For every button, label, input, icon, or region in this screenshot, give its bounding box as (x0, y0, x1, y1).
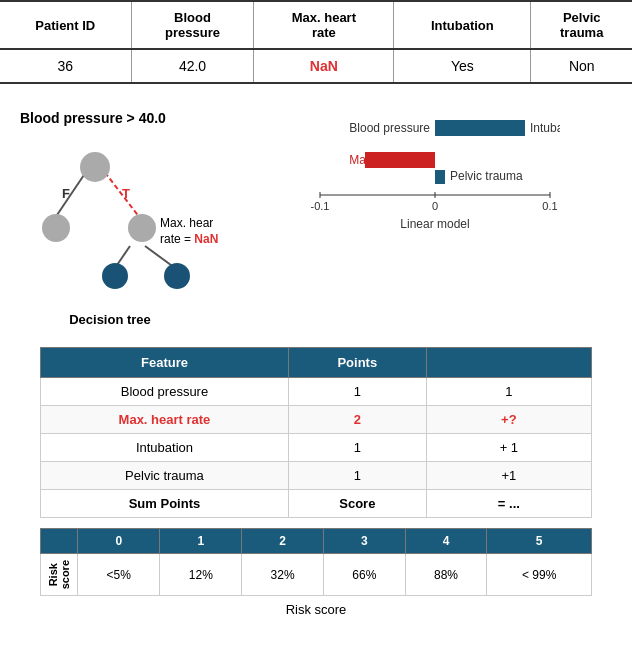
risk-val-3: 66% (323, 554, 405, 596)
risk-data-row: Riskscore <5% 12% 32% 66% 88% < 99% (41, 554, 592, 596)
svg-rect-7 (435, 120, 525, 136)
svg-text:Pelvic trauma: Pelvic trauma (450, 169, 523, 183)
risk-header-2: 2 (242, 529, 324, 554)
svg-text:T: T (122, 186, 130, 201)
score-row-intubation: Intubation 1 + 1 (41, 434, 592, 462)
svg-text:F: F (62, 186, 70, 201)
tree-right-node (128, 214, 156, 242)
tree-left-node (42, 214, 70, 242)
risk-header-0: 0 (78, 529, 160, 554)
risk-header-3: 3 (323, 529, 405, 554)
svg-text:-0.1: -0.1 (311, 200, 330, 212)
risk-score-wrap: 0 1 2 3 4 5 Riskscore <5% 12% 32% 66% 88… (0, 528, 632, 596)
col-header-max-heart-rate: Max. heartrate (254, 1, 394, 49)
svg-rect-12 (435, 170, 445, 184)
decision-tree-label: Decision tree (20, 312, 200, 327)
score-row-heart-rate: Max. heart rate 2 +? (41, 406, 592, 434)
bp-condition: Blood pressure > 40.0 (20, 110, 280, 126)
cell-max-heart-rate: NaN (254, 49, 394, 83)
linear-model-chart: Blood pressure Intubation Max. heart rat… (290, 110, 560, 300)
score-col-feature: Feature (41, 348, 289, 378)
score-intubation: + 1 (426, 434, 591, 462)
score-row-pelvic-trauma: Pelvic trauma 1 +1 (41, 462, 592, 490)
risk-header-5: 5 (487, 529, 592, 554)
sum-points-row: Sum Points Score = ... (41, 490, 592, 518)
svg-text:Linear model: Linear model (400, 217, 469, 231)
score-pelvic-trauma: +1 (426, 462, 591, 490)
decision-tree-section: Blood pressure > 40.0 F T (20, 110, 280, 327)
points-heart-rate: 2 (288, 406, 426, 434)
cell-intubation: Yes (394, 49, 531, 83)
feature-heart-rate: Max. heart rate (41, 406, 289, 434)
risk-header-1: 1 (160, 529, 242, 554)
risk-val-4: 88% (405, 554, 487, 596)
sum-label: Sum Points (41, 490, 289, 518)
risk-header-4: 4 (405, 529, 487, 554)
tree-svg: F T (20, 138, 250, 278)
feature-intubation: Intubation (41, 434, 289, 462)
score-label: Score (288, 490, 426, 518)
score-col-value (426, 348, 591, 378)
nan-label: Max. hearrate = NaN (160, 216, 218, 247)
feature-blood-pressure: Blood pressure (41, 378, 289, 406)
points-blood-pressure: 1 (288, 378, 426, 406)
points-intubation: 1 (288, 434, 426, 462)
points-pelvic-trauma: 1 (288, 462, 426, 490)
tree-container: F T Max. hearrate = NaN (20, 138, 250, 308)
risk-score-footer: Risk score (0, 602, 632, 625)
score-table-wrap: Feature Points Blood pressure 1 1 Max. h… (0, 337, 632, 528)
score-row-blood-pressure: Blood pressure 1 1 (41, 378, 592, 406)
svg-text:0: 0 (432, 200, 438, 212)
tree-root-node (80, 152, 110, 182)
col-header-blood-pressure: Bloodpressure (131, 1, 254, 49)
risk-val-1: 12% (160, 554, 242, 596)
patient-data-table: Patient ID Bloodpressure Max. heartrate … (0, 0, 632, 84)
cell-patient-id: 36 (0, 49, 131, 83)
risk-row-label: Riskscore (41, 554, 78, 596)
bar-chart-section: Blood pressure Intubation Max. heart rat… (290, 110, 622, 327)
tree-leaf-right (164, 263, 190, 289)
risk-val-2: 32% (242, 554, 324, 596)
score-value: = ... (426, 490, 591, 518)
cell-blood-pressure: 42.0 (131, 49, 254, 83)
score-col-points: Points (288, 348, 426, 378)
col-header-pelvic-trauma: Pelvictrauma (531, 1, 632, 49)
score-heart-rate: +? (426, 406, 591, 434)
risk-val-0: <5% (78, 554, 160, 596)
risk-header-empty (41, 529, 78, 554)
feature-pelvic-trauma: Pelvic trauma (41, 462, 289, 490)
cell-pelvic-trauma: Non (531, 49, 632, 83)
tree-leaf-left (102, 263, 128, 289)
risk-score-table: 0 1 2 3 4 5 Riskscore <5% 12% 32% 66% 88… (40, 528, 592, 596)
col-header-intubation: Intubation (394, 1, 531, 49)
svg-text:0.1: 0.1 (542, 200, 557, 212)
svg-text:Blood pressure: Blood pressure (349, 121, 430, 135)
score-table: Feature Points Blood pressure 1 1 Max. h… (40, 347, 592, 518)
score-blood-pressure: 1 (426, 378, 591, 406)
middle-section: Blood pressure > 40.0 F T (0, 100, 632, 337)
col-header-patient-id: Patient ID (0, 1, 131, 49)
svg-rect-10 (365, 152, 435, 168)
risk-val-5: < 99% (487, 554, 592, 596)
svg-text:Intubation: Intubation (530, 121, 560, 135)
